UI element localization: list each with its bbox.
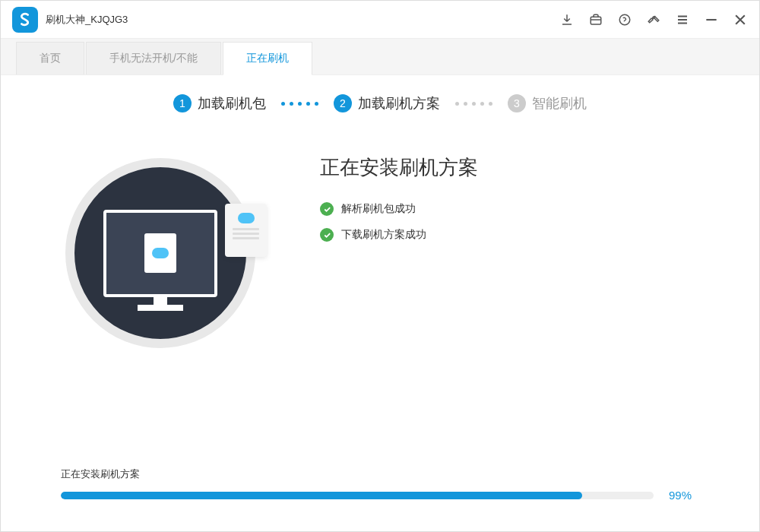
progress-row: 99% [61, 489, 699, 502]
step-connector-2 [455, 102, 492, 106]
status-area: 正在安装刷机方案 解析刷机包成功 下载刷机方案成功 [297, 154, 698, 352]
tab-flashing[interactable]: 正在刷机 [223, 42, 312, 75]
document-icon [144, 233, 176, 273]
tab-phone-issue[interactable]: 手机无法开机/不能 [86, 42, 221, 74]
settings-icon[interactable] [646, 12, 661, 27]
toolbox-icon[interactable] [588, 12, 603, 27]
progress-fill [61, 492, 582, 499]
step-3-number: 3 [508, 94, 526, 112]
download-icon[interactable] [559, 12, 575, 27]
status-item-2: 下载刷机方案成功 [297, 228, 698, 242]
step-connector-1 [281, 102, 318, 106]
progress-area: 正在安装刷机方案 99% [61, 467, 699, 502]
check-icon [320, 228, 334, 242]
titlebar: 刷机大神_KJQJG3 [1, 1, 759, 39]
step-2-number: 2 [334, 94, 352, 112]
step-1-label: 加载刷机包 [198, 94, 266, 112]
menu-icon[interactable] [675, 12, 690, 27]
progress-label: 正在安装刷机方案 [61, 467, 699, 481]
check-icon [320, 202, 334, 216]
main-content: 正在安装刷机方案 解析刷机包成功 下载刷机方案成功 [1, 124, 759, 382]
status-title: 正在安装刷机方案 [297, 154, 698, 181]
progress-bar [61, 492, 654, 499]
step-3-label: 智能刷机 [532, 94, 587, 112]
minimize-button[interactable] [704, 12, 719, 27]
title-actions [559, 12, 748, 27]
svg-point-1 [619, 14, 630, 25]
step-2: 2 加载刷机方案 [334, 94, 440, 112]
svg-rect-0 [591, 17, 601, 24]
step-1-number: 1 [173, 94, 192, 112]
app-logo [12, 7, 38, 33]
tabs-bar: 首页 手机无法开机/不能 正在刷机 [1, 39, 759, 75]
status-item-1: 解析刷机包成功 [297, 202, 698, 216]
illustration [62, 154, 259, 352]
app-title: 刷机大神_KJQJG3 [46, 13, 559, 27]
step-1: 1 加载刷机包 [173, 94, 266, 112]
progress-percent: 99% [669, 489, 699, 502]
status-text-1: 解析刷机包成功 [341, 202, 416, 216]
steps-indicator: 1 加载刷机包 2 加载刷机方案 3 智能刷机 [1, 75, 759, 124]
status-text-2: 下载刷机方案成功 [341, 228, 426, 242]
step-2-label: 加载刷机方案 [358, 94, 440, 112]
close-button[interactable] [733, 12, 748, 27]
help-icon[interactable] [617, 12, 632, 27]
monitor-icon [103, 210, 217, 297]
step-3: 3 智能刷机 [508, 94, 587, 112]
floating-document-icon [225, 204, 267, 257]
rom-badge [152, 248, 169, 258]
tab-home[interactable]: 首页 [16, 42, 84, 74]
